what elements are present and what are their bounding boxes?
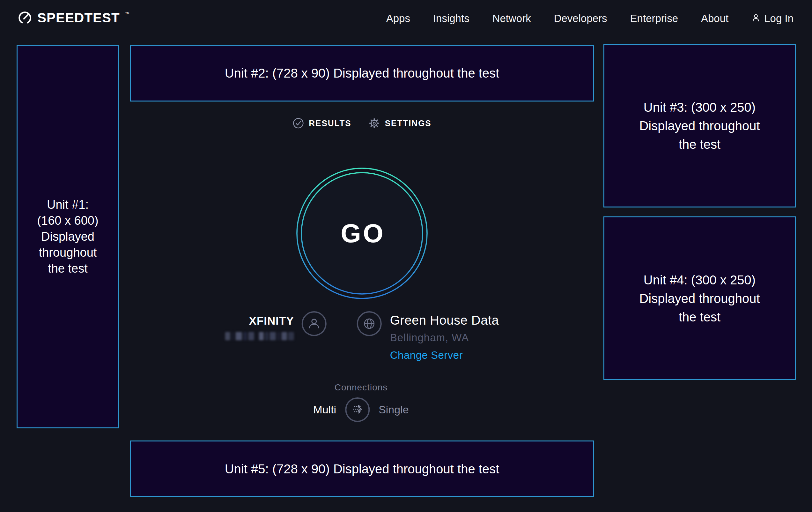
ad-unit-4[interactable]: Unit #4: (300 x 250) Displayed throughou… xyxy=(603,216,796,380)
logo-text: SPEEDTEST xyxy=(37,10,120,25)
go-button[interactable]: GO xyxy=(296,167,428,299)
connections-toggle-button[interactable] xyxy=(345,397,370,422)
nav-item-apps[interactable]: Apps xyxy=(386,12,410,25)
connection-info-row: XFINITY xyxy=(225,311,499,361)
ad-text-line: throughout xyxy=(39,244,97,261)
ad-text-line: Unit #3: (300 x 250) xyxy=(644,98,756,116)
isp-info: XFINITY xyxy=(225,311,326,340)
header: SPEEDTEST ™ Apps Insights Network Develo… xyxy=(0,0,812,37)
speedometer-icon xyxy=(18,10,32,26)
ad-text-line: the test xyxy=(679,135,721,154)
go-label: GO xyxy=(296,167,428,299)
tab-settings[interactable]: SETTINGS xyxy=(369,117,432,129)
user-icon xyxy=(751,12,760,25)
ad-unit-2[interactable]: Unit #2: (728 x 90) Displayed throughout… xyxy=(130,45,594,102)
ad-unit-1[interactable]: Unit #1: (160 x 600) Displayed throughou… xyxy=(17,45,119,428)
nav-item-login[interactable]: Log In xyxy=(751,12,793,25)
connections-option-single[interactable]: Single xyxy=(379,403,409,416)
ad-text-line: Displayed throughout xyxy=(639,116,760,135)
nav-item-insights[interactable]: Insights xyxy=(433,12,469,25)
ad-text-line: Unit #4: (300 x 250) xyxy=(644,271,756,289)
tab-settings-label: SETTINGS xyxy=(385,118,432,128)
server-text-block: Green House Data Bellingham, WA Change S… xyxy=(390,313,499,361)
tab-bar: RESULTS xyxy=(292,117,431,129)
ad-text-line: Unit #5: (728 x 90) Displayed throughout… xyxy=(225,460,499,478)
logo[interactable]: SPEEDTEST ™ xyxy=(18,10,129,26)
ad-text-line: Unit #1: xyxy=(47,197,89,213)
ad-unit-3[interactable]: Unit #3: (300 x 250) Displayed throughou… xyxy=(603,44,796,208)
speedtest-page: SPEEDTEST ™ Apps Insights Network Develo… xyxy=(0,0,812,512)
ad-text-line: (160 x 600) xyxy=(37,213,98,228)
globe-icon xyxy=(357,311,382,336)
ad-text-line: the test xyxy=(48,261,88,276)
change-server-link[interactable]: Change Server xyxy=(390,349,499,361)
connections-label: Connections xyxy=(335,382,388,393)
check-circle-icon xyxy=(292,117,304,129)
ad-text-line: Displayed throughout xyxy=(639,289,760,308)
nav-item-developers[interactable]: Developers xyxy=(554,12,607,25)
connections-toggle-row: Multi Single xyxy=(313,397,409,422)
isp-text-block: XFINITY xyxy=(225,315,294,340)
ad-unit-5[interactable]: Unit #5: (728 x 90) Displayed throughout… xyxy=(130,440,594,497)
tab-results[interactable]: RESULTS xyxy=(292,117,351,129)
isp-name: XFINITY xyxy=(225,315,294,327)
main-nav: Apps Insights Network Developers Enterpr… xyxy=(386,12,793,25)
ad-text-line: Unit #2: (728 x 90) Displayed throughout… xyxy=(225,64,499,82)
logo-trademark: ™ xyxy=(125,11,129,16)
ad-text-line: the test xyxy=(679,308,721,326)
server-name: Green House Data xyxy=(390,313,499,327)
connections-option-multi[interactable]: Multi xyxy=(313,403,336,416)
server-location: Bellingham, WA xyxy=(390,332,499,344)
nav-item-network[interactable]: Network xyxy=(492,12,531,25)
ad-text-line: Displayed xyxy=(41,228,94,244)
isp-ip-obscured xyxy=(225,332,294,340)
isp-user-icon xyxy=(302,311,326,336)
gear-icon xyxy=(369,117,380,129)
server-info: Green House Data Bellingham, WA Change S… xyxy=(357,311,499,361)
login-label: Log In xyxy=(764,12,793,25)
multi-arrows-icon xyxy=(350,402,365,418)
nav-item-about[interactable]: About xyxy=(701,12,728,25)
tab-results-label: RESULTS xyxy=(309,118,351,128)
nav-item-enterprise[interactable]: Enterprise xyxy=(630,12,678,25)
